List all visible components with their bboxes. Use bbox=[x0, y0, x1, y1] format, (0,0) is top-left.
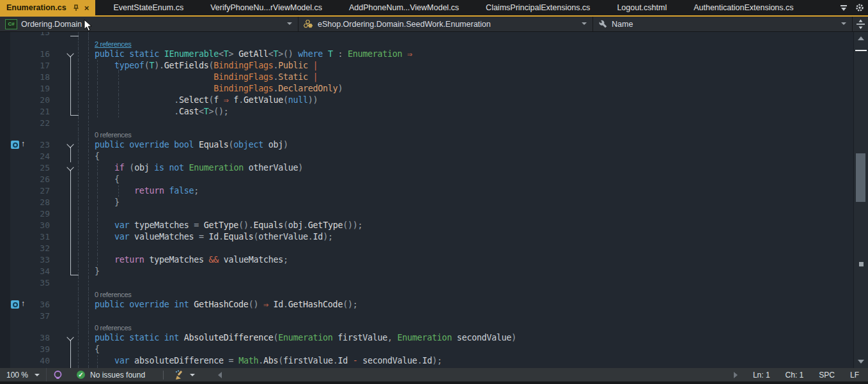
indent-guide bbox=[88, 197, 89, 208]
collapse-left-icon[interactable] bbox=[218, 372, 222, 378]
issues-status-text[interactable]: No issues found bbox=[90, 371, 145, 380]
zoom-dropdown[interactable]: 100 % bbox=[0, 368, 47, 381]
glyph-margin bbox=[0, 83, 29, 95]
glyph-margin bbox=[0, 174, 29, 185]
override-indicator-icon[interactable] bbox=[11, 141, 19, 149]
indent-guide bbox=[78, 38, 79, 49]
line-number: 20 bbox=[29, 95, 51, 106]
code-viewport[interactable]: 152 references16public static IEnumerabl… bbox=[0, 32, 853, 368]
check-circle-icon: ✓ bbox=[77, 371, 85, 379]
glyph-margin bbox=[0, 106, 29, 118]
code-text: return false; bbox=[51, 185, 853, 197]
code-line: 35 bbox=[0, 277, 853, 289]
indent-guide bbox=[88, 118, 89, 129]
references-codelens[interactable]: 2 references bbox=[95, 40, 132, 48]
document-tab[interactable]: Enumeration.cs× bbox=[0, 0, 95, 15]
fold-region-line bbox=[70, 106, 71, 115]
tab-label: ClaimsPrincipalExtensions.cs bbox=[486, 3, 590, 12]
fold-region-line bbox=[70, 367, 71, 368]
indent-guide bbox=[97, 106, 98, 118]
code-line: 32 bbox=[0, 243, 853, 254]
references-codelens: 0 references bbox=[95, 324, 132, 332]
line-number: 34 bbox=[29, 266, 51, 277]
document-tab[interactable]: AuthenticationExtensions.cs bbox=[685, 0, 802, 15]
fold-region-end bbox=[70, 275, 79, 275]
fold-region-line bbox=[70, 83, 71, 95]
chevron-down-icon bbox=[35, 374, 40, 376]
fold-region-line bbox=[70, 243, 71, 254]
vertical-scrollbar[interactable] bbox=[853, 32, 868, 368]
indent-guide bbox=[78, 185, 79, 197]
project-dropdown[interactable]: C# Ordering.Domain bbox=[0, 17, 298, 31]
document-tab[interactable]: ClaimsPrincipalExtensions.cs bbox=[477, 0, 599, 15]
line-number: 19 bbox=[29, 83, 51, 95]
code-line: 26 { bbox=[0, 174, 853, 185]
indent-guide bbox=[97, 220, 98, 231]
intellicode-icon[interactable] bbox=[53, 370, 63, 380]
expand-right-icon[interactable] bbox=[734, 372, 738, 378]
indent-guide bbox=[78, 32, 79, 38]
wrench-icon bbox=[598, 19, 608, 29]
scrollbar-up-arrow-icon[interactable] bbox=[858, 36, 864, 40]
line-number: 41 bbox=[29, 367, 51, 368]
line-number bbox=[29, 129, 51, 139]
tab-label: AuthenticationExtensions.cs bbox=[694, 3, 793, 12]
document-tab[interactable]: Logout.cshtml bbox=[608, 0, 676, 15]
type-dropdown[interactable]: eShop.Ordering.Domain.SeedWork.Enumerati… bbox=[298, 17, 593, 31]
codelens-row: 0 references bbox=[0, 322, 853, 332]
line-number: 37 bbox=[29, 311, 51, 322]
navigation-bar: C# Ordering.Domain eShop.Ordering.Domain… bbox=[0, 17, 868, 32]
column-indicator[interactable]: Ch: 1 bbox=[786, 371, 804, 380]
line-number: 31 bbox=[29, 231, 51, 243]
code-line: ↑23public override bool Equals(object ob… bbox=[0, 139, 853, 151]
type-dropdown-label: eShop.Ordering.Domain.SeedWork.Enumerati… bbox=[318, 20, 491, 29]
code-text: var valueMatches = Id.Equals(otherValue.… bbox=[51, 231, 853, 243]
override-indicator-icon[interactable] bbox=[11, 300, 19, 309]
member-dropdown[interactable]: Name bbox=[593, 17, 853, 31]
split-editor-button[interactable] bbox=[853, 17, 868, 31]
up-arrow-icon: ↑ bbox=[21, 139, 25, 148]
indent-guide bbox=[88, 162, 89, 174]
glyph-margin bbox=[0, 254, 29, 266]
code-text: return typeMatches && valueMatches; bbox=[51, 254, 853, 266]
code-cleanup-broom-icon[interactable] bbox=[174, 370, 185, 380]
chevron-down-icon bbox=[582, 22, 587, 25]
glyph-margin bbox=[0, 231, 29, 243]
glyph-margin bbox=[0, 344, 29, 355]
document-tab[interactable]: AddPhoneNum...ViewModel.cs bbox=[340, 0, 468, 15]
code-text: public override int GetHashCode() ⇒ Id.G… bbox=[51, 299, 853, 311]
tab-label: Enumeration.cs bbox=[6, 3, 66, 12]
close-tab-icon[interactable]: × bbox=[84, 4, 89, 12]
gear-icon[interactable] bbox=[855, 3, 864, 12]
fold-region-line bbox=[70, 208, 71, 220]
tab-well-controls bbox=[840, 0, 864, 15]
glyph-margin bbox=[0, 367, 29, 368]
document-tab[interactable]: VerifyPhoneNu...rViewModel.cs bbox=[201, 0, 331, 15]
line-indicator[interactable]: Ln: 1 bbox=[753, 371, 770, 380]
indent-guide bbox=[97, 162, 98, 174]
code-line: 16public static IEnumerable<T> GetAll<T>… bbox=[0, 49, 853, 60]
eol-indicator[interactable]: LF bbox=[850, 371, 859, 380]
visual-studio-editor-window: Enumeration.cs×EventStateEnum.csVerifyPh… bbox=[0, 0, 868, 384]
indent-guide bbox=[78, 83, 79, 95]
indent-guide bbox=[88, 185, 89, 197]
indent-guide bbox=[97, 355, 98, 367]
glyph-margin bbox=[0, 311, 29, 322]
pin-tab-icon[interactable] bbox=[72, 4, 79, 12]
code-text: public static int AbsoluteDifference(Enu… bbox=[51, 332, 853, 344]
line-number bbox=[29, 38, 51, 49]
indent-guide bbox=[97, 185, 98, 197]
chevron-down-icon[interactable] bbox=[190, 374, 195, 376]
scrollbar-thumb[interactable] bbox=[856, 153, 865, 202]
line-number: 30 bbox=[29, 220, 51, 231]
indentation-indicator[interactable]: SPC bbox=[819, 371, 835, 380]
indent-guide bbox=[78, 344, 79, 355]
scrollbar-down-arrow-icon[interactable] bbox=[858, 360, 864, 364]
document-tab-strip: Enumeration.cs×EventStateEnum.csVerifyPh… bbox=[0, 0, 868, 17]
code-text: { bbox=[51, 174, 853, 185]
indent-guide bbox=[118, 95, 119, 106]
code-line: 24{ bbox=[0, 151, 853, 162]
document-tab[interactable]: EventStateEnum.cs bbox=[104, 0, 192, 15]
glyph-margin bbox=[0, 49, 29, 60]
document-list-icon[interactable] bbox=[840, 5, 848, 11]
